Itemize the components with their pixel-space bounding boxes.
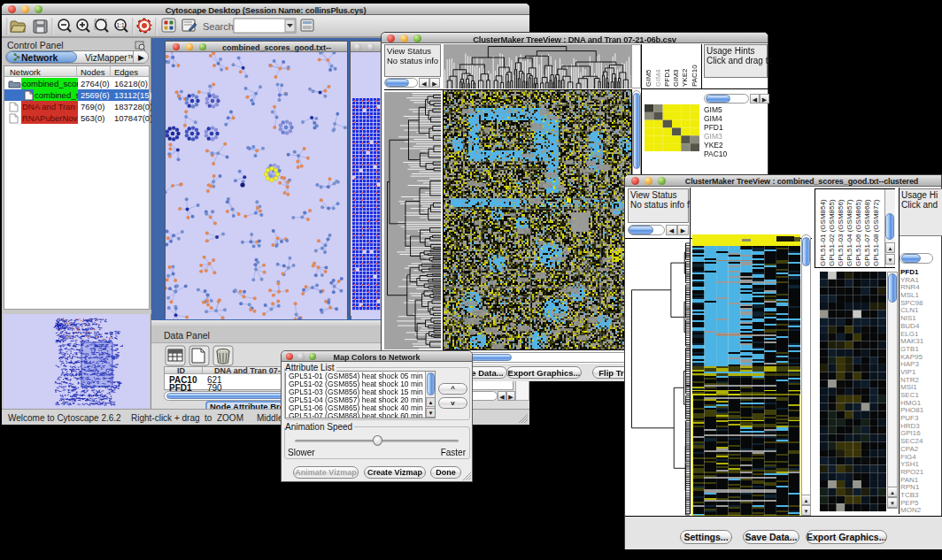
svg-text:Search:: Search: — [203, 21, 236, 32]
svg-text:1:1: 1:1 — [116, 22, 124, 28]
